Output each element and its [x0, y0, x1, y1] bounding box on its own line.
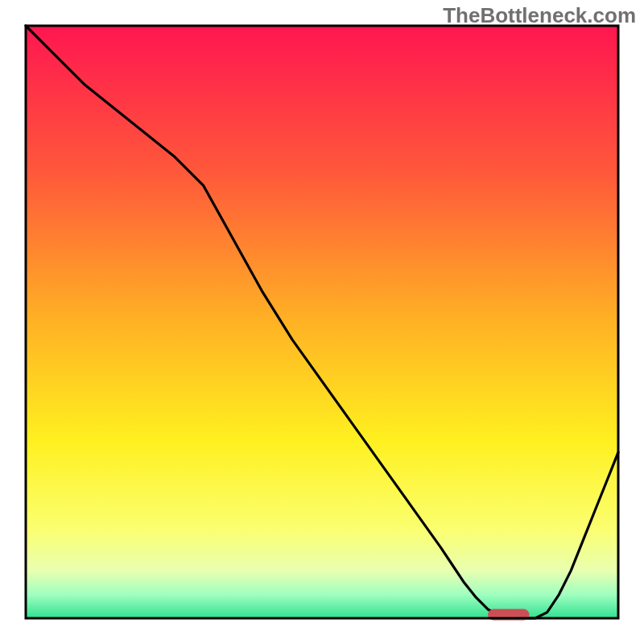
- gradient-background: [26, 26, 618, 618]
- chart-svg: [0, 0, 644, 644]
- watermark-label: TheBottleneck.com: [443, 3, 636, 28]
- bottleneck-chart: TheBottleneck.com: [0, 0, 644, 644]
